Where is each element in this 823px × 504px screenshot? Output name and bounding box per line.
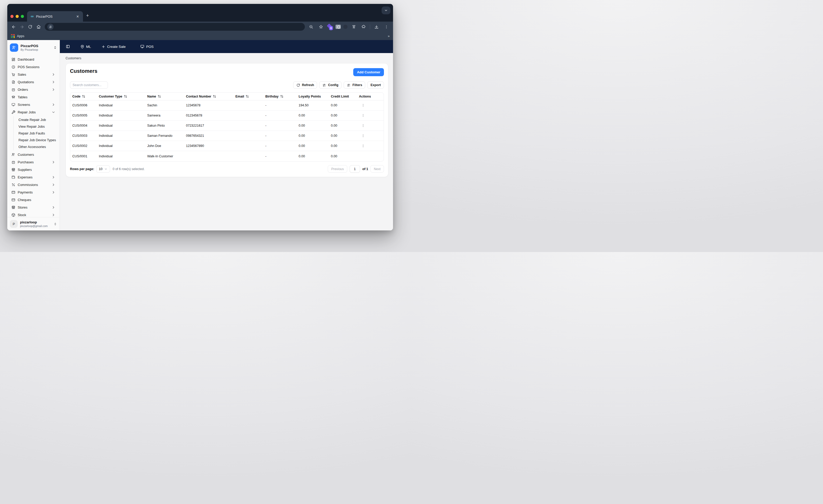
page-count-label: of 1 xyxy=(362,167,368,171)
address-bar[interactable] xyxy=(45,23,305,31)
sidebar-item-commissions[interactable]: Commissions xyxy=(9,181,57,189)
close-window-button[interactable] xyxy=(10,15,13,18)
table-row[interactable]: CUS/0002IndividualJohn Doe1234567890-0.0… xyxy=(70,141,384,151)
sidebar-item-tables[interactable]: Tables xyxy=(9,94,57,101)
bookmarks-apps-label[interactable]: Apps xyxy=(17,34,24,38)
monitor-icon xyxy=(11,103,15,107)
sidebar-item-suppliers[interactable]: Suppliers xyxy=(9,166,57,173)
cart-icon xyxy=(11,72,15,76)
add-customer-button[interactable]: Add Customer xyxy=(353,68,384,76)
sidebar-item-sales[interactable]: Sales xyxy=(9,71,57,78)
bag-icon xyxy=(11,160,15,164)
sidebar-item-orders[interactable]: Orders xyxy=(9,86,57,94)
row-actions-menu-button[interactable] xyxy=(360,133,366,139)
avatar: P xyxy=(10,220,18,228)
bookmarks-overflow-icon[interactable]: » xyxy=(388,34,389,38)
sidebar-subitem-repair-job-device-types[interactable]: Repair Job Device Types xyxy=(17,137,57,143)
config-button[interactable]: Config xyxy=(319,81,342,89)
arrow-up-down-icon xyxy=(158,95,161,98)
store-icon xyxy=(11,168,15,172)
export-button[interactable]: Export xyxy=(367,81,384,89)
sidebar-item-stores[interactable]: Stores xyxy=(9,204,57,211)
column-header-birthday[interactable]: Birthday xyxy=(265,95,299,98)
sidebar-subitem-repair-job-faults[interactable]: Repair Job Faults xyxy=(17,130,57,137)
filters-button[interactable]: Filters xyxy=(344,81,365,89)
tab-search-button[interactable] xyxy=(381,6,390,14)
export-button-label: Export xyxy=(370,83,381,87)
sidebar-item-expenses[interactable]: Expenses xyxy=(9,173,57,181)
sidebar-item-cheques[interactable]: Cheques xyxy=(9,196,57,204)
new-tab-button[interactable]: + xyxy=(83,11,92,22)
sidebar-item-pos-sessions[interactable]: POS Sessions xyxy=(9,63,57,71)
column-header-email[interactable]: Email xyxy=(235,95,265,98)
cell-credit-limit: 0.00 xyxy=(331,114,359,117)
row-actions-menu-button[interactable] xyxy=(360,123,366,129)
previous-page-button[interactable]: Previous xyxy=(328,165,347,173)
sidebar-item-screens[interactable]: Screens xyxy=(9,101,57,109)
sidebar-subitem-other-accessories[interactable]: Other Accessories xyxy=(17,143,57,150)
cell-contact-number: 12345678 xyxy=(186,104,235,107)
sidebar-item-purchases[interactable]: Purchases xyxy=(9,158,57,166)
sidebar-item-quotations[interactable]: Quotations xyxy=(9,78,57,86)
downloads-icon[interactable] xyxy=(373,23,380,30)
cell-code: CUS/0005 xyxy=(72,114,99,117)
user-menu[interactable]: P pixzarloop pixzarloop@gmail.com xyxy=(7,217,59,230)
cell-name: Saman Fernando xyxy=(147,134,186,138)
zoom-window-button[interactable] xyxy=(21,15,24,18)
rows-per-page-select[interactable]: 10 xyxy=(96,165,110,173)
camera-extension-icon[interactable] xyxy=(336,25,341,29)
table-row[interactable]: CUS/0006IndividualSachin12345678-194.500… xyxy=(70,101,384,111)
reload-button[interactable] xyxy=(26,23,34,30)
browser-menu-icon[interactable] xyxy=(383,23,390,30)
column-header-actions: Actions xyxy=(359,95,381,98)
extensions-puzzle-icon[interactable] xyxy=(360,23,367,30)
page-number-input[interactable] xyxy=(350,165,360,173)
minimize-window-button[interactable] xyxy=(16,15,19,18)
row-actions-menu-button[interactable] xyxy=(360,102,366,109)
sidebar: PixzarPOS By Pixzarloop DashboardPOS Ses… xyxy=(7,40,60,230)
row-actions-menu-button[interactable] xyxy=(360,143,366,149)
breadcrumb[interactable]: Customers xyxy=(60,53,393,63)
next-page-button[interactable]: Next xyxy=(370,165,384,173)
sidebar-subitem-view-repair-jobs[interactable]: View Repair Jobs xyxy=(17,123,57,130)
sidebar-item-payments[interactable]: Payments xyxy=(9,189,57,196)
org-switcher[interactable]: PixzarPOS By Pixzarloop xyxy=(7,40,59,55)
sidebar-item-dashboard[interactable]: Dashboard xyxy=(9,56,57,63)
site-settings-icon[interactable] xyxy=(47,24,53,30)
search-input[interactable] xyxy=(70,81,108,89)
disabled-extension-icon[interactable] xyxy=(343,25,347,29)
sidebar-item-stock[interactable]: Stock xyxy=(9,211,57,217)
extension-badge[interactable]: 8 xyxy=(327,24,333,30)
sidebar-item-repair-jobs[interactable]: Repair Jobs xyxy=(9,109,57,116)
table-row[interactable]: CUS/0003IndividualSaman Fernando09876543… xyxy=(70,131,384,141)
column-header-name[interactable]: Name xyxy=(147,95,186,98)
tab-close-icon[interactable]: ✕ xyxy=(75,14,80,19)
pos-button[interactable]: POS xyxy=(138,43,156,50)
refresh-button[interactable]: Refresh xyxy=(293,81,317,89)
sidebar-toggle-button[interactable] xyxy=(63,43,72,50)
back-button[interactable] xyxy=(10,23,17,30)
password-manager-icon[interactable] xyxy=(350,23,357,30)
cell-customer-type: Individual xyxy=(99,104,147,107)
location-selector[interactable]: ML xyxy=(78,43,94,50)
sidebar-subitem-create-repair-job[interactable]: Create Repair Job xyxy=(17,116,57,123)
column-header-code[interactable]: Code xyxy=(72,95,99,98)
zoom-out-icon[interactable] xyxy=(307,23,315,30)
sidebar-item-customers[interactable]: Customers xyxy=(9,151,57,158)
column-header-customer-type[interactable]: Customer Type xyxy=(99,95,147,98)
bookmark-star-icon[interactable] xyxy=(317,23,325,30)
row-actions-menu-button[interactable] xyxy=(360,112,366,119)
browser-tab[interactable]: ∞ PixzarPOS ✕ xyxy=(27,11,83,22)
table-row[interactable]: CUS/0001IndividualWalk-In Customer-0.000… xyxy=(70,151,384,161)
table-row[interactable]: CUS/0005IndividualSameera012345678-0.000… xyxy=(70,111,384,121)
app-subtitle: By Pixzarloop xyxy=(21,48,51,51)
sidebar-item-label: Commissions xyxy=(18,183,49,187)
create-sale-button[interactable]: Create Sale xyxy=(99,43,128,50)
table-row[interactable]: CUS/0004IndividualSakun Pinto0723221617-… xyxy=(70,121,384,131)
app-name: PixzarPOS xyxy=(21,44,51,48)
forward-button[interactable] xyxy=(18,23,25,30)
main-area: ML Create Sale POS Customers Customers A… xyxy=(60,40,393,230)
home-button[interactable] xyxy=(35,23,42,30)
column-label: Loyalty Points xyxy=(299,95,321,98)
column-header-contact-number[interactable]: Contact Number xyxy=(186,95,235,98)
